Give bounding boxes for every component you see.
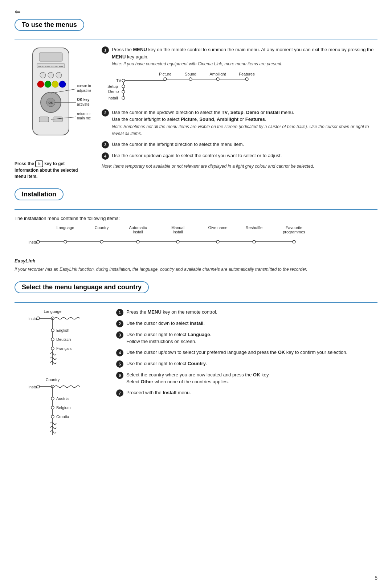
svg-text:Sound: Sound bbox=[185, 72, 196, 76]
svg-text:Features: Features bbox=[239, 72, 255, 76]
svg-point-59 bbox=[136, 240, 139, 243]
svg-rect-1 bbox=[39, 53, 62, 61]
section-installation: Installation The installation menu conta… bbox=[15, 188, 377, 273]
section-language-country: Select the menu language and country Lan… bbox=[15, 281, 377, 445]
svg-rect-14 bbox=[39, 117, 49, 122]
svg-point-61 bbox=[216, 240, 219, 243]
info-key: i+ bbox=[35, 160, 43, 167]
svg-point-60 bbox=[176, 240, 179, 243]
step-1-note: Note: If you have connected equipment wi… bbox=[112, 61, 282, 66]
svg-point-72 bbox=[51, 338, 54, 341]
svg-point-4 bbox=[40, 72, 46, 78]
svg-text:Demo: Demo bbox=[108, 89, 119, 94]
step-4-num: 4 bbox=[102, 152, 109, 160]
svg-text:main menu on/off: main menu on/off bbox=[77, 116, 91, 120]
svg-text:programmes: programmes bbox=[283, 230, 305, 234]
lang-step-7: 7 Proceed with the Install menu. bbox=[116, 389, 377, 397]
lang-right: 1 Press the MENU key on the remote contr… bbox=[116, 309, 377, 445]
svg-point-74 bbox=[51, 347, 54, 350]
step-2-num: 2 bbox=[102, 109, 109, 117]
section1-final-note: Note: Items temporary not available or n… bbox=[102, 163, 377, 170]
svg-point-30 bbox=[164, 78, 167, 81]
lang-step-6-text: Select the country where you are now loc… bbox=[126, 371, 377, 385]
svg-point-67 bbox=[37, 317, 40, 320]
svg-point-82 bbox=[51, 397, 54, 400]
svg-point-63 bbox=[293, 240, 295, 243]
svg-text:Reshuffle: Reshuffle bbox=[246, 225, 262, 230]
lang-left: Language Install English Deutsch bbox=[15, 309, 109, 445]
lang-step-3-text: Use the cursor right to select Language.… bbox=[126, 331, 377, 345]
svg-point-41 bbox=[122, 90, 125, 93]
svg-point-84 bbox=[51, 406, 54, 409]
svg-text:English: English bbox=[56, 328, 69, 332]
lang-step-2-text: Use the cursor down to select Install. bbox=[126, 320, 377, 327]
svg-text:Favourite: Favourite bbox=[286, 225, 302, 230]
lang-step-4-text: Use the cursor up/down to select your pr… bbox=[126, 349, 377, 356]
back-arrow[interactable]: ⇐ bbox=[15, 7, 377, 16]
svg-point-6 bbox=[56, 72, 62, 78]
svg-text:Manual: Manual bbox=[171, 225, 184, 230]
lang-step-4: 4 Use the cursor up/down to select your … bbox=[116, 349, 377, 356]
install-tree-svg: Language Country Automatic install Manua… bbox=[15, 225, 356, 252]
lang-step-1: 1 Press the MENU key on the remote contr… bbox=[116, 309, 377, 316]
svg-text:OK: OK bbox=[48, 101, 53, 105]
lang-step-6-num: 6 bbox=[116, 372, 123, 379]
svg-text:Croatia: Croatia bbox=[56, 415, 69, 419]
svg-text:cursor to select: cursor to select bbox=[77, 84, 91, 88]
svg-text:Setup: Setup bbox=[107, 84, 118, 89]
svg-point-31 bbox=[189, 78, 192, 81]
lang-step-2: 2 Use the cursor down to select Install. bbox=[116, 320, 377, 327]
step-2: 2 Use the cursor in the up/down directio… bbox=[102, 109, 377, 137]
install-diagram: Language Country Automatic install Manua… bbox=[15, 225, 377, 253]
svg-point-32 bbox=[216, 78, 219, 81]
lang-step-3: 3 Use the cursor right to select Languag… bbox=[116, 331, 377, 345]
step-4: 4 Use the cursor up/down again to select… bbox=[102, 152, 377, 160]
menu-tree-diagram: Picture Sound Ambilight Features TV bbox=[102, 71, 377, 104]
svg-point-9 bbox=[52, 81, 58, 87]
lang-step-7-num: 7 bbox=[116, 389, 123, 397]
svg-point-10 bbox=[59, 81, 66, 87]
step-1-num: 1 bbox=[102, 46, 109, 54]
svg-point-39 bbox=[122, 85, 125, 88]
lang-step-6: 6 Select the country where you are now l… bbox=[116, 371, 377, 385]
svg-text:Picture: Picture bbox=[159, 72, 171, 76]
svg-text:Give name: Give name bbox=[208, 225, 227, 230]
language-tree-svg: Language Install English Deutsch bbox=[15, 309, 105, 372]
svg-text:Country: Country bbox=[95, 225, 109, 230]
svg-text:activate: activate bbox=[77, 102, 90, 106]
step-1-text: Press the MENU key on the remote control… bbox=[112, 46, 377, 68]
section2-intro: The installation menu contains the follo… bbox=[15, 216, 377, 221]
lang-step-5-num: 5 bbox=[116, 360, 123, 368]
svg-text:TV: TV bbox=[116, 78, 122, 83]
step-3-num: 3 bbox=[102, 141, 109, 148]
svg-point-57 bbox=[64, 240, 67, 243]
step-4-text: Use the cursor up/down again to select t… bbox=[112, 152, 377, 159]
svg-point-56 bbox=[37, 240, 40, 243]
svg-text:Country: Country bbox=[46, 377, 60, 382]
svg-text:Automatic: Automatic bbox=[129, 225, 147, 230]
page-number: 5 bbox=[375, 575, 377, 581]
svg-text:adjustments: adjustments bbox=[77, 89, 91, 93]
step-1: 1 Press the MENU key on the remote contr… bbox=[102, 46, 377, 68]
svg-text:Deutsch: Deutsch bbox=[56, 337, 71, 342]
step-3-text: Use the cursor in the left/right directi… bbox=[112, 141, 377, 148]
svg-point-79 bbox=[37, 385, 40, 388]
svg-point-37 bbox=[122, 79, 125, 82]
svg-point-8 bbox=[45, 81, 51, 87]
country-tree-svg: Country Install Austria Belgium bbox=[15, 377, 105, 444]
section3-title: Select the menu language and country bbox=[15, 281, 149, 293]
easylink-section: EasyLink If your recorder has an EasyLin… bbox=[15, 258, 377, 273]
svg-point-58 bbox=[100, 240, 103, 243]
svg-point-33 bbox=[245, 78, 248, 81]
menus-right: 1 Press the MENU key on the remote contr… bbox=[102, 46, 377, 180]
lang-section-content: Language Install English Deutsch bbox=[15, 309, 377, 445]
lang-step-1-text: Press the MENU key on the remote control… bbox=[126, 309, 377, 316]
svg-rect-15 bbox=[53, 117, 62, 122]
svg-text:AMP DVR/R TV SAT AUX: AMP DVR/R TV SAT AUX bbox=[38, 65, 64, 68]
lang-step-7-text: Proceed with the Install menu. bbox=[126, 389, 377, 396]
step-2-note: Note: Sometimes not all the menu items a… bbox=[112, 124, 369, 136]
svg-text:Language: Language bbox=[44, 309, 62, 314]
press-info: Press the i+ key to getinformation about… bbox=[15, 160, 94, 180]
remote-control-illustration: AMP DVR/R TV SAT AUX OK bbox=[15, 46, 91, 155]
svg-text:Ambilight: Ambilight bbox=[209, 72, 226, 76]
